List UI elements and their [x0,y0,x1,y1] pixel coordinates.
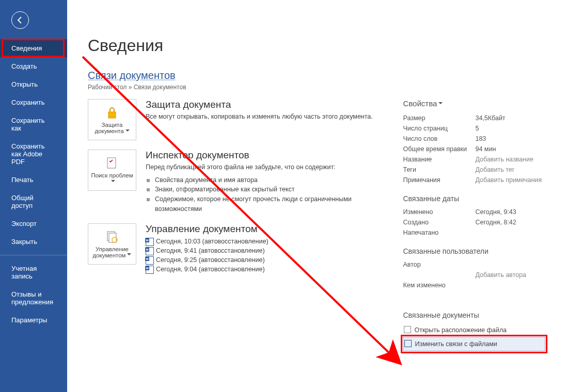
sidebar-item-close[interactable]: Закрыть [0,233,67,251]
manage-button-label: Управление документом [89,246,135,258]
sidebar-item-feedback[interactable]: Отзывы и предложения [0,285,67,311]
main-panel: Сведения Связи документов Рабочий стол »… [67,0,566,392]
breadcrumb: Рабочий стол » Связи документов [88,84,545,91]
page-title: Сведения [88,36,545,55]
sidebar-item-options[interactable]: Параметры [0,311,67,329]
edit-file-links-link[interactable]: Изменить связи с файлами [403,337,545,351]
open-file-location-link[interactable]: Открыть расположение файла [403,323,545,337]
user-row: Автор [403,259,545,270]
inspect-bullet: Знаки, отформатированные как скрытый тек… [146,185,392,194]
link-icon [404,340,412,347]
arrow-left-icon [15,15,25,25]
backstage-sidebar: Сведения Создать Открыть Сохранить Сохра… [0,0,67,392]
protect-document-button[interactable]: Защита документа [88,99,136,140]
prop-row: Число страниц5 [403,123,545,134]
right-column: Свойства Размер34,5Кбайт Число страниц5 … [403,99,545,351]
inspect-desc: Перед публикацией этого файла не забудьт… [146,163,392,172]
protect-title: Защита документа [146,99,392,110]
sidebar-item-share[interactable]: Общий доступ [0,189,67,215]
document-title-link[interactable]: Связи документов [88,70,545,81]
document-stack-icon [104,230,120,244]
inspect-title: Инспектор документов [146,150,392,161]
sidebar-item-export[interactable]: Экспорт [0,215,67,233]
related-users-head: Связанные пользователи [403,247,545,255]
autorecover-item[interactable]: Сегодня, 10:03 (автовосстановление) [146,237,392,246]
check-button-label: Поиск проблем [89,172,135,185]
properties-dropdown[interactable]: Свойства [403,99,545,108]
manage-section: Управление документом Управление докумен… [88,223,392,274]
sidebar-item-saveas[interactable]: Сохранить как [0,111,67,137]
inspect-bullet: Свойства документа и имя автора [146,175,392,185]
autorecover-item[interactable]: Сегодня, 9:25 (автовосстановление) [146,255,392,265]
date-row: СозданоСегодня, 8:42 [403,217,545,227]
autorecover-item[interactable]: Сегодня, 9:41 (автовосстановление) [146,246,392,255]
svg-rect-0 [108,112,116,118]
sidebar-item-account[interactable]: Учетная запись [0,259,67,285]
check-issues-button[interactable]: Поиск проблем [88,150,136,191]
sidebar-item-info[interactable]: Сведения [0,39,67,57]
manage-document-button[interactable]: Управление документом [88,223,136,265]
user-row: Кем изменено [403,280,545,290]
prop-row: НазваниеДобавить название [403,154,545,165]
prop-row: Размер34,5Кбайт [403,113,545,123]
manage-title: Управление документом [146,223,392,235]
sidebar-separator [0,255,67,255]
checklist-icon [104,156,120,170]
related-dates-head: Связанные даты [403,194,545,203]
prop-row: Общее время правки94 мин [403,144,545,154]
sidebar-item-print[interactable]: Печать [0,171,67,189]
protect-section: Защита документа Защита документа Все мо… [88,99,392,140]
prop-row: Число слов183 [403,134,545,144]
lock-icon [104,105,120,120]
sidebar-item-saveas-pdf[interactable]: Сохранить как Adobe PDF [0,137,67,171]
prop-row: ТегиДобавить тег [403,165,545,175]
inspect-section: Поиск проблем Инспектор документов Перед… [88,150,392,214]
sidebar-item-open[interactable]: Открыть [0,75,67,93]
sidebar-item-save[interactable]: Сохранить [0,93,67,111]
related-docs-head: Связанные документы [403,311,545,319]
back-button[interactable] [11,11,29,29]
user-row: Добавить автора [403,270,545,280]
autorecover-item[interactable]: Сегодня, 9:04 (автовосстановление) [146,265,392,274]
folder-icon [404,326,411,333]
inspect-bullet: Содержимое, которое не смогут прочесть л… [146,194,392,214]
prop-row: ПримечанияДобавить примечания [403,175,545,185]
sidebar-item-new[interactable]: Создать [0,57,67,75]
protect-button-label: Защита документа [89,122,135,134]
svg-rect-1 [107,158,116,168]
protect-desc: Все могут открывать, копировать и изменя… [146,112,392,122]
date-row: Напечатано [403,227,545,238]
date-row: ИзмененоСегодня, 9:43 [403,207,545,217]
center-column: Защита документа Защита документа Все мо… [88,99,392,351]
